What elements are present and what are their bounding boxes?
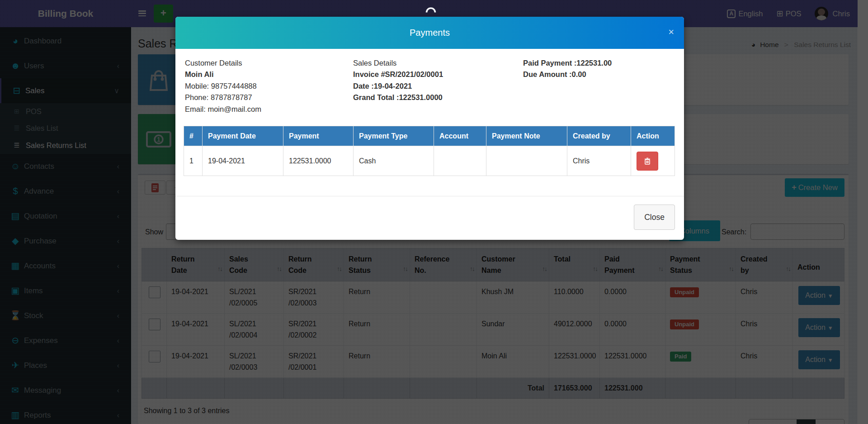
payment-row: 119-04-2021122531.0000CashChris (184, 146, 675, 176)
customer-phone: Phone: 8787878787 (185, 92, 261, 103)
payment-col-payment-note: Payment Note (486, 126, 567, 146)
customer-details: Customer Details Moin Ali Mobile: 987574… (185, 57, 261, 115)
payment-col-payment: Payment (283, 126, 354, 146)
sales-date: Date :19-04-2021 (353, 81, 443, 92)
customer-details-heading: Customer Details (185, 57, 261, 69)
modal-close-button[interactable]: Close (634, 205, 675, 230)
payment-col-payment-type: Payment Type (354, 126, 434, 146)
modal-close-icon[interactable]: × (668, 17, 674, 48)
sales-invoice: Invoice #SR/2021/02/0001 (353, 69, 443, 80)
modal-header: Payments × (175, 17, 684, 49)
payment-col-action: Action (631, 126, 675, 146)
sales-details-heading: Sales Details (353, 57, 443, 69)
customer-name: Moin Ali (185, 69, 261, 80)
customer-email: Email: moin@mail.com (185, 104, 261, 115)
modal-title: Payments (175, 17, 684, 49)
sales-grand-total: Grand Total :122531.0000 (353, 92, 443, 103)
payment-col--: # (184, 126, 203, 146)
customer-mobile: Mobile: 98757444888 (185, 81, 261, 92)
payment-col-payment-date: Payment Date (203, 126, 283, 146)
payment-summary: Paid Payment :122531.00 Due Amount :0.00 (523, 57, 612, 81)
paid-payment: Paid Payment :122531.00 (523, 57, 612, 69)
payments-table: #Payment DatePaymentPayment TypeAccountP… (184, 126, 675, 176)
scrollbar[interactable] (858, 0, 868, 424)
loading-spinner-icon (423, 5, 439, 20)
payment-col-account: Account (434, 126, 486, 146)
payments-modal: Payments × Customer Details Moin Ali Mob… (175, 17, 684, 240)
due-amount: Due Amount :0.00 (523, 69, 612, 80)
delete-payment-button[interactable] (637, 152, 658, 171)
app-root: Billing Book + A English ⊞ POS Chris ◕Da… (0, 0, 868, 424)
payment-col-created-by: Created by (567, 126, 631, 146)
sales-details: Sales Details Invoice #SR/2021/02/0001 D… (353, 57, 443, 104)
trash-icon (644, 157, 651, 165)
